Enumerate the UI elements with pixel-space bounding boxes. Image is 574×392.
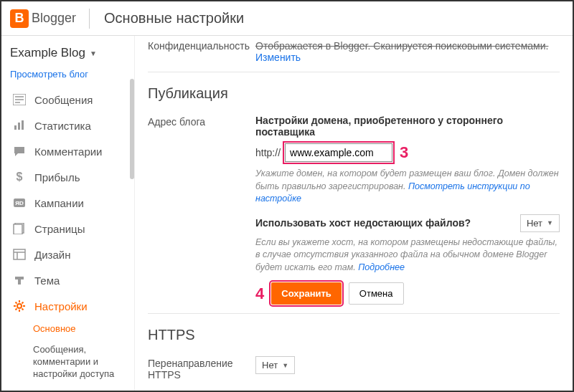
svg-line-22	[16, 309, 17, 310]
layout-icon	[11, 247, 27, 262]
sidebar-item-theme[interactable]: Тема	[9, 267, 134, 293]
svg-point-15	[17, 304, 22, 308]
domain-settings-heading: Настройки домена, приобретенного у сторо…	[255, 115, 560, 138]
sidebar-item-posts[interactable]: Сообщения	[9, 87, 134, 113]
campaigns-icon: ЯD	[11, 196, 27, 210]
domain-hint: Укажите домен, на котором будет размещен…	[255, 168, 560, 206]
sidebar-item-settings[interactable]: Настройки	[9, 293, 134, 319]
svg-line-23	[22, 302, 24, 304]
sidebar-item-label: Прибыль	[34, 171, 80, 183]
subnav-basic[interactable]: Основное	[32, 319, 134, 340]
sidebar-item-layout[interactable]: Дизайн	[9, 242, 134, 267]
sidebar-item-stats[interactable]: Статистика	[9, 113, 134, 138]
blog-name: Example Blog	[10, 46, 85, 60]
https-redirect-label: Перенаправление HTTPS	[148, 356, 255, 381]
svg-line-21	[22, 309, 24, 310]
svg-rect-5	[18, 123, 20, 130]
posts-icon	[11, 92, 27, 107]
https-heading: HTTPS	[148, 327, 560, 343]
privacy-edit-link[interactable]: Изменить	[255, 52, 301, 63]
divider	[89, 9, 90, 29]
domain-input[interactable]	[285, 143, 392, 162]
sidebar-item-label: Кампании	[34, 197, 84, 209]
svg-rect-4	[14, 125, 17, 130]
missing-files-host-select[interactable]: Нет ▼	[520, 214, 560, 232]
sidebar-item-label: Комментарии	[34, 145, 102, 158]
sidebar-item-label: Статистика	[34, 120, 91, 132]
svg-text:ЯD: ЯD	[15, 200, 24, 206]
content: Конфиденциальность Отображается в Blogge…	[134, 36, 573, 391]
scrollbar[interactable]	[130, 79, 134, 179]
annotation-3: 3	[400, 143, 408, 162]
sidebar-item-label: Сообщения	[34, 94, 93, 106]
stats-icon	[11, 118, 27, 133]
save-button[interactable]: Сохранить	[271, 282, 342, 305]
brand-name: Blogger	[32, 11, 76, 26]
caret-down-icon: ▼	[282, 362, 288, 369]
comments-icon	[11, 144, 27, 158]
https-redirect-select[interactable]: Нет ▼	[255, 356, 295, 374]
sidebar-item-label: Страницы	[34, 223, 85, 235]
caret-down-icon: ▼	[547, 219, 553, 226]
view-blog-link[interactable]: Просмотреть блог	[10, 69, 134, 80]
svg-text:$: $	[17, 171, 23, 183]
sidebar-item-label: Тема	[34, 274, 60, 287]
dollar-icon: $	[11, 170, 27, 184]
sidebar-item-earnings[interactable]: $ Прибыль	[9, 164, 134, 190]
annotation-4: 4	[255, 285, 264, 303]
privacy-status-text: Отображается в Blogger. Сканируется поис…	[255, 40, 548, 52]
privacy-label: Конфиденциальность	[148, 40, 255, 63]
pages-icon	[11, 221, 27, 236]
missing-files-host-label: Использовать хост недостающих файлов?	[255, 217, 520, 229]
cancel-button[interactable]: Отмена	[349, 282, 404, 305]
http-prefix: http://	[255, 147, 281, 158]
svg-rect-12	[14, 249, 25, 259]
blog-selector[interactable]: Example Blog ▼	[9, 43, 134, 63]
svg-rect-6	[22, 120, 24, 130]
sidebar-item-label: Настройки	[34, 300, 88, 312]
host-hint: Если вы укажете хост, на котором размеще…	[255, 236, 560, 274]
learn-more-link[interactable]: Подробнее	[358, 262, 405, 272]
caret-down-icon: ▼	[90, 49, 97, 57]
gear-icon	[11, 299, 27, 313]
blogger-logo: B	[10, 9, 29, 28]
theme-icon	[11, 273, 27, 287]
sidebar-item-comments[interactable]: Комментарии	[9, 138, 134, 164]
sidebar-item-label: Дизайн	[34, 249, 70, 261]
subnav-posts-comments[interactable]: Сообщения, комментарии и настройки досту…	[32, 340, 134, 385]
page-title: Основные настройки	[104, 10, 244, 27]
sidebar-item-pages[interactable]: Страницы	[9, 216, 134, 242]
sidebar-item-campaigns[interactable]: ЯD Кампании	[9, 190, 134, 216]
svg-line-20	[16, 302, 17, 304]
blog-address-label: Адрес блога	[148, 115, 255, 305]
svg-rect-11	[14, 224, 22, 234]
publication-heading: Публикация	[148, 85, 560, 102]
sidebar: Example Blog ▼ Просмотреть блог Сообщени…	[1, 36, 134, 391]
